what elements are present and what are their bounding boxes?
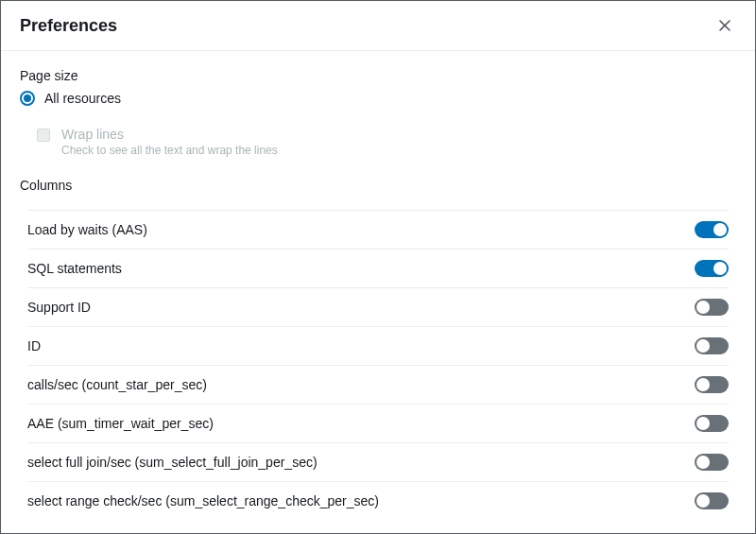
column-label: select full join/sec (sum_select_full_jo…	[27, 455, 318, 470]
column-toggle[interactable]	[695, 415, 729, 432]
column-row: select full join/sec (sum_select_full_jo…	[27, 442, 729, 481]
close-icon	[717, 18, 732, 33]
column-label: Load by waits (AAS)	[27, 222, 147, 237]
column-row: SQL statements	[27, 249, 729, 287]
column-row: Support ID	[27, 287, 729, 326]
column-toggle[interactable]	[695, 260, 729, 277]
toggle-knob	[713, 262, 727, 275]
radio-all-resources-label: All resources	[44, 91, 121, 106]
toggle-knob	[713, 223, 727, 236]
column-row: ID	[27, 326, 729, 365]
toggle-knob	[696, 339, 710, 353]
column-row: AAE (sum_timer_wait_per_sec)	[27, 404, 729, 442]
toggle-knob	[696, 456, 710, 469]
column-label: calls/sec (count_star_per_sec)	[27, 377, 207, 392]
column-toggle[interactable]	[695, 376, 729, 393]
modal-body: Page size All resources Wrap lines Check…	[1, 51, 755, 520]
column-label: select range check/sec (sum_select_range…	[27, 493, 379, 508]
modal-title: Preferences	[20, 16, 117, 36]
toggle-knob	[696, 494, 710, 508]
toggle-knob	[696, 417, 710, 430]
radio-all-resources[interactable]	[20, 91, 35, 106]
column-label: Support ID	[27, 300, 91, 315]
column-toggle[interactable]	[695, 492, 729, 509]
column-toggle[interactable]	[695, 299, 729, 316]
wrap-lines-label: Wrap lines	[61, 127, 278, 142]
column-toggle[interactable]	[695, 454, 729, 471]
radio-dot	[24, 95, 31, 102]
column-row: calls/sec (count_star_per_sec)	[27, 365, 729, 404]
page-size-radio-row[interactable]: All resources	[20, 91, 736, 106]
column-row: Load by waits (AAS)	[27, 210, 729, 249]
columns-section-label: Columns	[20, 178, 736, 193]
modal-header: Preferences	[1, 1, 755, 51]
columns-list: Load by waits (AAS)SQL statementsSupport…	[27, 210, 729, 520]
wrap-lines-block: Wrap lines Check to see all the text and…	[37, 127, 736, 157]
wrap-lines-description: Check to see all the text and wrap the l…	[61, 144, 278, 157]
column-label: ID	[27, 338, 41, 353]
column-label: SQL statements	[27, 261, 122, 276]
page-size-label: Page size	[20, 68, 736, 83]
close-button[interactable]	[713, 14, 736, 37]
wrap-lines-checkbox	[37, 129, 50, 142]
toggle-knob	[696, 301, 710, 314]
column-toggle[interactable]	[695, 221, 729, 238]
column-toggle[interactable]	[695, 337, 729, 354]
toggle-knob	[696, 378, 710, 391]
column-row: select range check/sec (sum_select_range…	[27, 481, 729, 520]
column-label: AAE (sum_timer_wait_per_sec)	[27, 416, 214, 431]
